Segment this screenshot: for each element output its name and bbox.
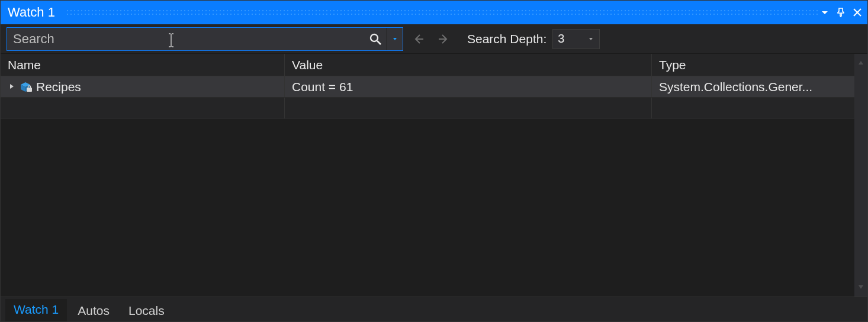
nav-forward-button xyxy=(434,30,453,49)
watch-window: Watch 1 xyxy=(0,0,868,322)
window-menu-icon[interactable] xyxy=(820,8,830,17)
cell-name: Recipes xyxy=(36,80,81,94)
scroll-down-icon[interactable] xyxy=(857,281,865,294)
tab-watch1[interactable]: Watch 1 xyxy=(5,299,67,321)
bottom-tabs: Watch 1 Autos Locals xyxy=(1,297,867,321)
search-box[interactable] xyxy=(7,27,403,51)
object-icon xyxy=(20,82,33,92)
column-header-type[interactable]: Type xyxy=(652,54,854,76)
svg-marker-14 xyxy=(859,285,863,289)
grid-header: Name Value Type xyxy=(1,54,854,76)
chevron-down-icon xyxy=(587,32,594,46)
watch-grid: Name Value Type xyxy=(1,54,854,297)
tab-autos[interactable]: Autos xyxy=(69,300,118,321)
scroll-up-icon[interactable] xyxy=(857,56,865,70)
column-header-name[interactable]: Name xyxy=(1,54,285,76)
toolbar: Search Depth: 3 xyxy=(1,24,867,54)
svg-marker-6 xyxy=(589,38,593,40)
grid-empty-area xyxy=(1,119,854,297)
svg-point-1 xyxy=(371,34,378,41)
titlebar[interactable]: Watch 1 xyxy=(1,1,867,24)
tab-locals[interactable]: Locals xyxy=(120,300,173,321)
cell-value: Count = 61 xyxy=(292,80,353,94)
search-depth-select[interactable]: 3 xyxy=(552,29,600,49)
svg-marker-0 xyxy=(822,11,828,14)
table-row-empty[interactable] xyxy=(1,98,854,119)
svg-marker-3 xyxy=(393,38,397,40)
pin-icon[interactable] xyxy=(835,7,846,18)
cell-type: System.Collections.Gener... xyxy=(659,80,812,94)
table-row[interactable]: Recipes Count = 61 System.Collections.Ge… xyxy=(1,76,854,98)
search-dropdown[interactable] xyxy=(386,28,403,50)
expand-icon[interactable] xyxy=(8,82,16,92)
svg-line-2 xyxy=(377,41,381,44)
column-header-value[interactable]: Value xyxy=(285,54,652,76)
search-icon[interactable] xyxy=(365,28,386,50)
svg-marker-7 xyxy=(10,84,14,89)
close-icon[interactable] xyxy=(852,7,863,18)
vertical-scrollbar[interactable] xyxy=(854,54,867,297)
svg-marker-13 xyxy=(859,61,863,65)
search-depth-label: Search Depth: xyxy=(467,32,546,46)
search-input[interactable] xyxy=(7,28,365,50)
nav-back-button xyxy=(409,30,428,49)
window-title: Watch 1 xyxy=(8,5,55,20)
search-depth-value: 3 xyxy=(558,32,564,46)
